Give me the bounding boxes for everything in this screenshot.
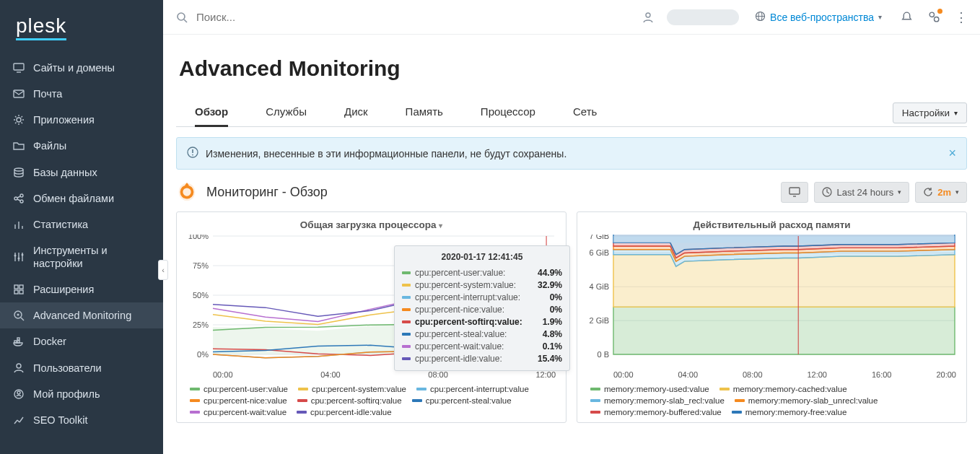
svg-rect-20: [19, 285, 23, 289]
tab-0[interactable]: Обзор: [195, 100, 228, 127]
kebab-menu-icon[interactable]: ⋮: [953, 9, 970, 26]
sidebar-item-label: Сайты и домены: [33, 61, 115, 74]
workspaces-dropdown[interactable]: Все веб-пространства ▾: [749, 8, 888, 27]
legend-label: memory:memory-used:value: [604, 385, 709, 393]
svg-rect-0: [14, 64, 24, 70]
stats-icon: [13, 219, 25, 230]
sidebar-item-monitor[interactable]: Сайты и домены: [0, 55, 163, 81]
svg-point-45: [192, 154, 193, 156]
gear-icon: [13, 114, 25, 126]
cpu-chart-card: Общая загрузка процессора ▾ 0%25%50%75%1…: [176, 211, 566, 423]
legend-label: memory:memory-cached:value: [733, 385, 847, 393]
panel-title: Мониторинг - Обзор: [206, 185, 328, 200]
sidebar-item-db[interactable]: Базы данных: [0, 160, 163, 185]
legend-item[interactable]: cpu:percent-wait:value: [190, 408, 286, 416]
topbar: Все веб-пространства ▾ ⋮: [163, 0, 980, 35]
mem-legend: memory:memory-used:valuememory:memory-ca…: [585, 380, 959, 416]
refresh-button[interactable]: 2m ▾: [915, 182, 967, 203]
alert-text: Изменения, внесенные в эти информационны…: [206, 148, 566, 160]
sidebar-item-tools[interactable]: Инструменты и настройки: [0, 237, 163, 276]
tooltip-row: cpu:percent-idle:value:15.4%: [402, 352, 562, 364]
docker-icon: [13, 336, 25, 347]
settings-button[interactable]: Настройки ▾: [893, 102, 967, 123]
close-icon[interactable]: ×: [948, 146, 956, 161]
chevron-down-icon: ▾: [954, 109, 958, 117]
sidebar-item-seo[interactable]: SEO Toolkit: [0, 407, 163, 433]
legend-item[interactable]: memory:memory-free:value: [732, 408, 847, 416]
sidebar-item-monitor2[interactable]: Advanced Monitoring: [0, 302, 163, 328]
tabs-row: ОбзорСлужбыДискПамятьПроцессорСеть Настр…: [176, 100, 967, 127]
legend-item[interactable]: cpu:percent-interrupt:value: [416, 385, 529, 393]
svg-rect-21: [14, 290, 18, 294]
user-icon[interactable]: [639, 9, 657, 26]
svg-text:0%: 0%: [197, 350, 209, 359]
sidebar-item-label: Docker: [33, 335, 66, 348]
sidebar-nav: Сайты и доменыПочтаПриложенияФайлыБазы д…: [0, 55, 163, 454]
tooltip-key: cpu:percent-wait:value:: [415, 341, 526, 352]
legend-label: memory:memory-slab_unrecl:value: [748, 396, 878, 405]
activity-icon[interactable]: [925, 9, 942, 26]
tooltip-swatch: [402, 296, 411, 299]
legend-item[interactable]: cpu:percent-softirq:value: [297, 396, 402, 405]
sidebar-item-mail[interactable]: Почта: [0, 81, 163, 107]
tooltip-swatch: [402, 320, 411, 323]
sidebar-item-gear[interactable]: Приложения: [0, 107, 163, 133]
x-tick: 20:00: [936, 370, 956, 379]
legend-item[interactable]: memory:memory-slab_unrecl:value: [735, 396, 878, 405]
monitor-icon: [13, 62, 25, 74]
sidebar-item-docker[interactable]: Docker: [0, 328, 163, 354]
tab-3[interactable]: Память: [406, 100, 443, 126]
search-input[interactable]: [196, 11, 384, 23]
legend-swatch: [416, 388, 426, 390]
sidebar-item-label: Advanced Monitoring: [33, 309, 131, 322]
sidebar-item-folder[interactable]: Файлы: [0, 133, 163, 159]
svg-point-18: [22, 254, 24, 256]
legend-swatch: [190, 411, 200, 414]
legend-item[interactable]: cpu:percent-user:value: [190, 385, 288, 393]
legend-item[interactable]: cpu:percent-steal:value: [412, 396, 512, 405]
info-alert: Изменения, внесенные в эти информационны…: [176, 137, 967, 170]
legend-item[interactable]: memory:memory-used:value: [590, 385, 709, 393]
svg-point-4: [14, 168, 23, 171]
legend-label: cpu:percent-user:value: [204, 385, 288, 393]
sidebar-item-label: Мой профиль: [33, 388, 100, 401]
legend-item[interactable]: memory:memory-slab_recl:value: [590, 396, 725, 405]
display-mode-button[interactable]: [781, 182, 808, 203]
legend-item[interactable]: cpu:percent-idle:value: [297, 408, 392, 416]
mem-plot[interactable]: 0 B2 GiB4 GiB6 GiB7 GiB: [585, 235, 959, 369]
tooltip-key: cpu:percent-system:value:: [415, 280, 526, 290]
cpu-chart-title[interactable]: Общая загрузка процессора ▾: [184, 217, 559, 235]
tooltip-value: 0.1%: [530, 341, 562, 352]
legend-label: memory:memory-buffered:value: [604, 408, 722, 416]
svg-point-6: [20, 194, 23, 197]
bell-icon[interactable]: [898, 9, 915, 26]
legend-item[interactable]: cpu:percent-nice:value: [190, 396, 287, 405]
tab-1[interactable]: Службы: [266, 100, 307, 126]
legend-swatch: [590, 388, 600, 390]
sidebar-item-label: Базы данных: [33, 166, 97, 179]
sidebar-item-ext[interactable]: Расширения: [0, 276, 163, 302]
tab-5[interactable]: Сеть: [573, 100, 597, 126]
legend-item[interactable]: memory:memory-buffered:value: [590, 408, 722, 416]
legend-label: cpu:percent-wait:value: [204, 408, 286, 416]
sidebar-collapse-handle[interactable]: ‹: [158, 260, 168, 280]
tooltip-value: 0%: [530, 292, 562, 302]
sidebar-item-share[interactable]: Обмен файлами: [0, 185, 163, 211]
content: Advanced Monitoring ОбзорСлужбыДискПамят…: [163, 35, 980, 454]
svg-text:2 GiB: 2 GiB: [589, 316, 609, 325]
tab-2[interactable]: Диск: [344, 100, 368, 126]
legend-item[interactable]: memory:memory-cached:value: [719, 385, 847, 393]
svg-line-9: [17, 199, 20, 201]
logo: plesk: [0, 0, 163, 55]
sidebar-item-stats[interactable]: Статистика: [0, 211, 163, 237]
sidebar-item-user[interactable]: Пользователи: [0, 355, 163, 381]
svg-text:50%: 50%: [193, 291, 209, 300]
tab-4[interactable]: Процессор: [481, 100, 535, 126]
x-tick: 08:00: [428, 370, 448, 379]
sidebar-item-profile[interactable]: Мой профиль: [0, 381, 163, 407]
user-chip[interactable]: [667, 9, 739, 25]
time-range-button[interactable]: Last 24 hours ▾: [814, 182, 909, 203]
legend-item[interactable]: cpu:percent-system:value: [298, 385, 406, 393]
tooltip-row: cpu:percent-interrupt:value:0%: [402, 291, 562, 303]
sidebar-item-label: Инструменты и настройки: [33, 244, 150, 270]
